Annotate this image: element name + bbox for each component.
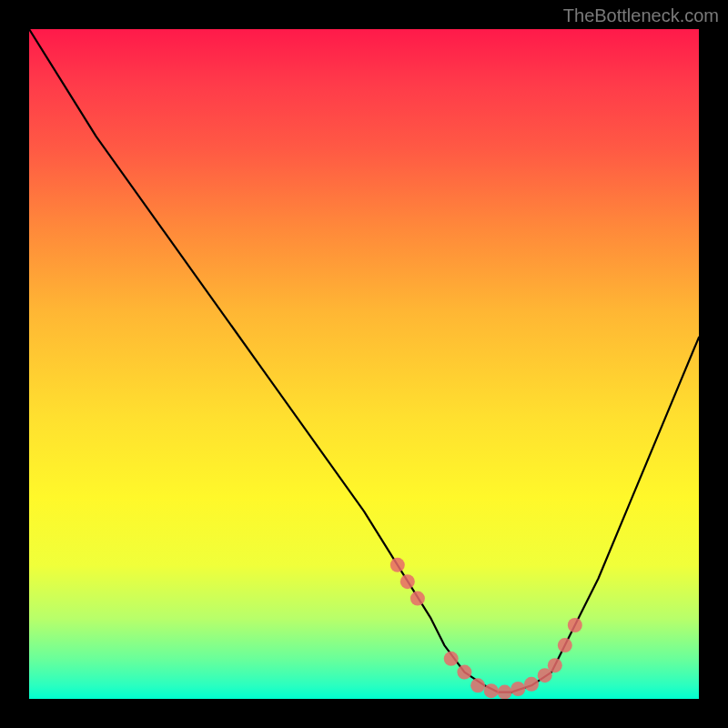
marker-dot (400, 574, 415, 589)
marker-dot (470, 678, 485, 693)
marker-dot (484, 683, 499, 698)
marker-dot (524, 677, 539, 692)
highlight-markers (390, 558, 582, 699)
marker-dot (444, 652, 459, 666)
chart-container: TheBottleneck.com (0, 0, 728, 728)
curve-svg (29, 29, 699, 699)
marker-dot (390, 558, 405, 572)
bottleneck-curve (29, 29, 699, 693)
marker-dot (511, 682, 525, 696)
plot-area (29, 29, 699, 699)
marker-dot (548, 658, 562, 672)
marker-dot (568, 618, 582, 632)
marker-dot (457, 665, 471, 680)
marker-dot (558, 638, 572, 652)
marker-dot (410, 592, 425, 606)
marker-dot (498, 685, 512, 699)
watermark-text: TheBottleneck.com (563, 5, 719, 26)
